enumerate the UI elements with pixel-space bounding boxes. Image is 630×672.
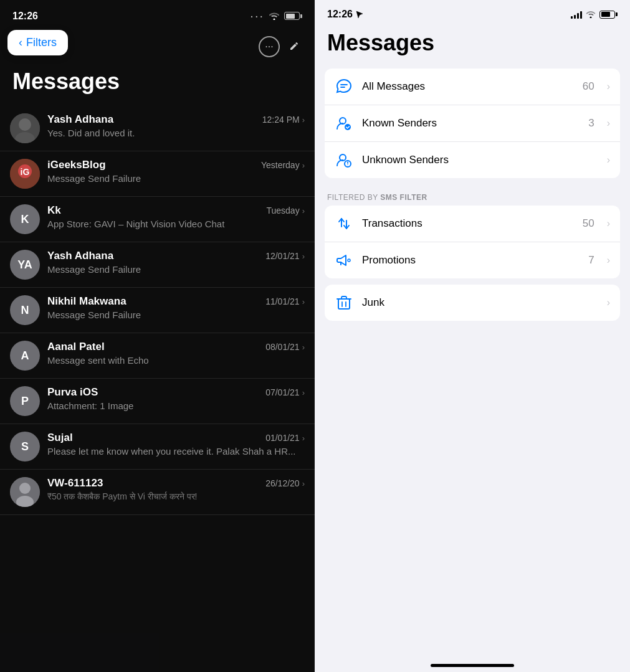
list-item[interactable]: A Aanal Patel 08/01/21 › Message sent wi… [0,333,315,379]
avatar [10,477,40,507]
message-preview: Message sent with Echo [47,355,305,366]
sender-name: VW-611123 [47,477,103,490]
message-time: 11/01/21 › [265,296,305,306]
list-item[interactable]: S Sujal 01/01/21 › Please let me know wh… [0,424,315,470]
svg-rect-17 [338,299,350,309]
right-panel: 12:26 [315,0,630,672]
message-content: Nikhil Makwana 11/01/21 › Message Send F… [47,295,305,320]
transactions-label: Transactions [362,217,574,230]
message-header: Nikhil Makwana 11/01/21 › [47,295,305,308]
left-messages-title: Messages [12,69,120,95]
chevron-right-icon: › [607,81,610,92]
unknown-senders-row[interactable]: Unknown Senders › [325,142,620,178]
avatar: iG [10,159,40,189]
promotions-label: Promotions [362,254,580,267]
known-senders-icon [335,114,353,133]
sender-name: Purva iOS [47,386,98,399]
list-item[interactable]: Yash Adhana 12:24 PM › Yes. Did and love… [0,106,315,151]
svg-point-12 [345,161,351,167]
sender-name: iGeeksBlog [47,159,106,171]
sender-name: Aanal Patel [47,341,105,353]
message-time: 07/01/21 › [265,387,305,397]
message-content: Aanal Patel 08/01/21 › Message sent with… [47,341,305,366]
message-preview: ₹50 तक कैशबैक Paytm से Vi रीचार्ज करने प… [47,491,305,502]
compose-button[interactable] [289,38,302,55]
junk-row[interactable]: Junk › [325,285,620,321]
left-panel: 12:26 ··· ‹ Filters ··· [0,0,315,672]
chat-bubble-icon [336,78,352,95]
message-preview: Attachment: 1 Image [47,400,305,411]
message-time: Tuesday › [266,206,305,215]
chevron-right-icon: › [607,118,610,129]
igeeks-avatar-icon: iG [10,159,40,189]
ellipsis-icon: ··· [265,41,273,52]
transactions-count: 50 [583,217,594,230]
message-header: VW-611123 26/12/20 › [47,477,305,490]
message-time: 26/12/20 › [265,478,305,488]
message-preview: App Store: GAVI – Night Vision Video Cha… [47,219,305,229]
svg-point-13 [347,164,348,165]
right-time-text: 12:26 [327,9,353,20]
avatar: S [10,432,40,461]
promotions-row[interactable]: Promotions 7 › [325,242,620,278]
list-item[interactable]: P Purva iOS 07/01/21 › Attachment: 1 Ima… [0,379,315,424]
sender-name: Nikhil Makwana [47,295,126,308]
sender-name: Sujal [47,432,73,444]
message-content: Yash Adhana 12:24 PM › Yes. Did and love… [47,113,305,138]
home-indicator [315,656,630,672]
right-status-icons [571,10,618,19]
message-time: 01/01/21 › [265,433,305,443]
message-time: 12:24 PM › [262,115,305,125]
message-content: Yash Adhana 12/01/21 › Message Send Fail… [47,250,305,275]
chevron-right-icon: › [607,255,610,266]
back-arrow-icon: ‹ [19,36,22,49]
avatar: N [10,295,40,325]
section-header-prefix: FILTERED BY [327,193,380,202]
message-content: iGeeksBlog Yesterday › Message Send Fail… [47,159,305,184]
all-messages-row[interactable]: All Messages 60 › [325,69,620,105]
unknown-senders-icon [335,151,353,169]
pencil-icon [289,38,302,52]
chevron-right-icon: › [607,154,610,166]
left-status-bar: 12:26 ··· [0,0,315,28]
message-header: Sujal 01/01/21 › [47,432,305,444]
more-options-button[interactable]: ··· [259,36,280,57]
person-unknown-icon [336,152,352,168]
wifi-icon [269,12,279,20]
promotions-count: 7 [588,254,594,267]
message-header: Purva iOS 07/01/21 › [47,386,305,399]
list-item[interactable]: YA Yash Adhana 12/01/21 › Message Send F… [0,242,315,288]
left-message-list: Yash Adhana 12:24 PM › Yes. Did and love… [0,106,315,515]
svg-text:iG: iG [21,167,30,177]
avatar [10,113,40,143]
filters-label: Filters [26,36,57,49]
more-icon: ··· [250,9,264,23]
message-header: iGeeksBlog Yesterday › [47,159,305,171]
list-item[interactable]: iG iGeeksBlog Yesterday › Message Send F… [0,151,315,197]
message-time: 12/01/21 › [265,251,305,261]
avatar: A [10,341,40,371]
right-time: 12:26 [327,9,363,20]
message-preview: Please let me know when you receive it. … [47,446,305,457]
list-item[interactable]: VW-611123 26/12/20 › ₹50 तक कैशबैक Paytm… [0,470,315,515]
chevron-right-icon: › [607,218,610,229]
sender-name: Kk [47,204,61,217]
known-senders-count: 3 [588,117,594,130]
list-item[interactable]: N Nikhil Makwana 11/01/21 › Message Send… [0,288,315,333]
filters-button[interactable]: ‹ Filters [7,30,68,55]
message-header: Yash Adhana 12/01/21 › [47,250,305,262]
sms-filter-section-header: FILTERED BY SMS FILTER [315,184,630,206]
message-preview: Message Send Failure [47,310,305,320]
filter-card: Transactions 50 › Promotions 7 › [325,206,620,278]
sender-name: Yash Adhana [47,250,113,262]
chevron-right-icon: › [607,297,610,308]
list-item[interactable]: K Kk Tuesday › App Store: GAVI – Night V… [0,197,315,242]
message-content: Sujal 01/01/21 › Please let me know when… [47,432,305,457]
wifi-icon [586,11,596,18]
message-content: VW-611123 26/12/20 › ₹50 तक कैशबैक Paytm… [47,477,305,502]
transactions-row[interactable]: Transactions 50 › [325,206,620,242]
message-preview: Message Send Failure [47,173,305,184]
known-senders-row[interactable]: Known Senders 3 › [325,105,620,142]
junk-card: Junk › [325,285,620,321]
all-messages-count: 60 [583,80,594,93]
